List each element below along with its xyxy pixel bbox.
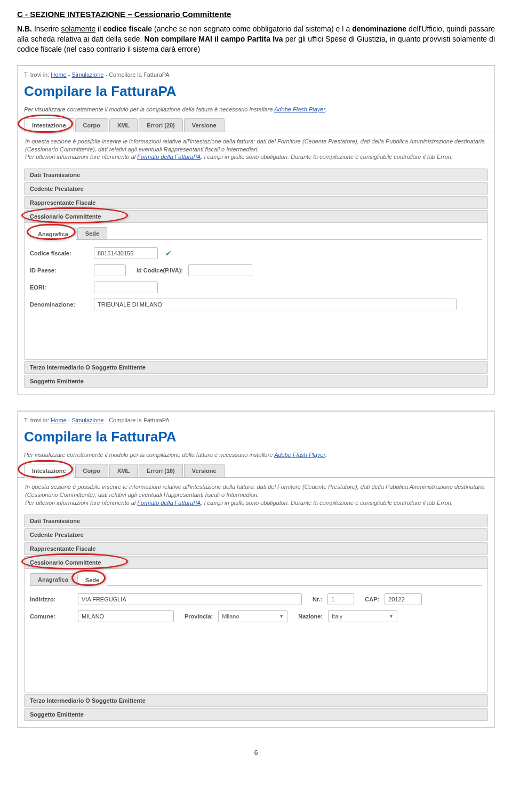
formato-link[interactable]: Formato della FatturaPA — [137, 154, 201, 160]
acc-terzo-intermediario[interactable]: Terzo Intermediario O Soggetto Emittente — [24, 361, 488, 374]
breadcrumb: Ti trovi in: Home - Simulazione - Compil… — [18, 412, 494, 427]
breadcrumb-home[interactable]: Home — [51, 71, 66, 78]
chevron-down-icon: ▼ — [279, 614, 284, 619]
acc-rappresentante-fiscale[interactable]: Rappresentante Fiscale — [24, 196, 488, 209]
label-idpaese: ID Paese: — [30, 267, 89, 274]
breadcrumb-home[interactable]: Home — [51, 417, 66, 423]
tab-corpo[interactable]: Corpo — [75, 118, 108, 132]
label-denom: Denominazione: — [30, 301, 89, 308]
breadcrumb-simulazione[interactable]: Simulazione — [71, 71, 103, 78]
flash-link[interactable]: Adobe Flash Player — [274, 452, 325, 458]
label-cap: CAP: — [365, 596, 379, 602]
main-tabs: Intestazione Corpo XML Errori (16) Versi… — [18, 463, 494, 478]
check-icon: ✔ — [165, 249, 172, 258]
tab-corpo[interactable]: Corpo — [75, 464, 108, 477]
breadcrumb: Ti trovi in: Home - Simulazione - Compil… — [18, 66, 494, 81]
label-naz: Nazione: — [298, 613, 323, 620]
tab-xml[interactable]: XML — [109, 118, 138, 132]
flash-info: Per visualizzare correttamente il modulo… — [18, 106, 494, 118]
formato-link[interactable]: Formato della FatturaPA — [137, 500, 201, 506]
tab-errori[interactable]: Errori (16) — [139, 464, 183, 477]
label-eori: EORI: — [30, 284, 89, 291]
intestazione-desc: In questa sezione è possibile inserire l… — [18, 132, 494, 169]
input-codfisc[interactable] — [94, 247, 158, 259]
input-idpaese[interactable] — [94, 264, 126, 276]
intestazione-desc: In questa sezione è possibile inserire l… — [18, 478, 494, 514]
acc-soggetto-emittente[interactable]: Soggetto Emittente — [24, 375, 488, 388]
tab-intestazione[interactable]: Intestazione — [24, 464, 74, 478]
acc-cedente-prestatore[interactable]: Cedente Prestatore — [24, 182, 488, 195]
acc-rappresentante-fiscale[interactable]: Rappresentante Fiscale — [24, 542, 488, 555]
select-prov[interactable]: Milano ▼ — [218, 610, 287, 622]
label-codfisc: Codice fiscale: — [30, 250, 89, 256]
label-indirizzo: Indirizzo: — [30, 596, 73, 602]
acc-cessionario-committente[interactable]: Cessionario Committente Anagrafica Sede … — [24, 210, 488, 360]
input-nr[interactable] — [327, 593, 354, 605]
main-tabs: Intestazione Corpo XML Errori (20) Versi… — [18, 118, 494, 132]
doc-paragraph: N.B. Inserire solamente il codice fiscal… — [17, 24, 495, 54]
input-cap[interactable] — [385, 593, 422, 605]
acc-dati-trasmissione[interactable]: Dati Trasmissione — [24, 514, 488, 527]
acc-cessionario-committente[interactable]: Cessionario Committente Anagrafica Sede … — [24, 556, 488, 693]
acc-terzo-intermediario[interactable]: Terzo Intermediario O Soggetto Emittente — [24, 694, 488, 707]
chevron-down-icon: ▼ — [389, 614, 394, 619]
label-nr: Nr.: — [313, 596, 322, 602]
tab-versione[interactable]: Versione — [184, 118, 225, 132]
tab-intestazione[interactable]: Intestazione — [24, 118, 74, 132]
tab-versione[interactable]: Versione — [184, 464, 225, 477]
flash-link[interactable]: Adobe Flash Player — [274, 106, 325, 112]
subtabs: Anagrafica Sede — [30, 227, 482, 240]
input-eori[interactable] — [94, 282, 158, 293]
input-comune[interactable] — [78, 610, 174, 622]
cessionario-body: Anagrafica Sede Codice fiscale: ✔ ID Pae… — [25, 222, 487, 359]
flash-info: Per visualizzare correttamente il modulo… — [18, 452, 494, 463]
page-title: Compilare la FatturaPA — [18, 81, 494, 106]
tab-xml[interactable]: XML — [109, 464, 138, 477]
subtab-anagrafica[interactable]: Anagrafica — [30, 573, 76, 585]
subtab-sede[interactable]: Sede — [77, 574, 107, 586]
input-indirizzo[interactable] — [78, 593, 302, 605]
subtabs: Anagrafica Sede — [30, 573, 482, 586]
label-idcod: Id Codice(P.IVA): — [137, 267, 183, 274]
breadcrumb-simulazione[interactable]: Simulazione — [71, 417, 103, 423]
doc-title: C - SEZIONE INTESTAZIONE – Cessionario C… — [17, 10, 495, 19]
subtab-sede[interactable]: Sede — [77, 227, 107, 239]
page-number: 6 — [17, 749, 495, 757]
nb-bold: N.B. — [17, 25, 32, 33]
acc-cedente-prestatore[interactable]: Cedente Prestatore — [24, 528, 488, 541]
cessionario-body: Anagrafica Sede Indirizzo: Nr.: CAP: Com… — [25, 568, 487, 693]
input-idcod[interactable] — [188, 264, 252, 276]
label-prov: Provincia: — [185, 613, 213, 620]
select-naz[interactable]: Italy ▼ — [328, 610, 397, 622]
acc-soggetto-emittente[interactable]: Soggetto Emittente — [24, 708, 488, 721]
screenshot-1: Ti trovi in: Home - Simulazione - Compil… — [17, 65, 495, 395]
acc-dati-trasmissione[interactable]: Dati Trasmissione — [24, 168, 488, 181]
input-denom[interactable] — [94, 299, 457, 310]
tab-errori[interactable]: Errori (20) — [139, 118, 183, 132]
label-comune: Comune: — [30, 613, 73, 620]
subtab-anagrafica[interactable]: Anagrafica — [30, 228, 76, 240]
page-title: Compilare la FatturaPA — [18, 427, 494, 452]
screenshot-2: Ti trovi in: Home - Simulazione - Compil… — [17, 411, 495, 728]
